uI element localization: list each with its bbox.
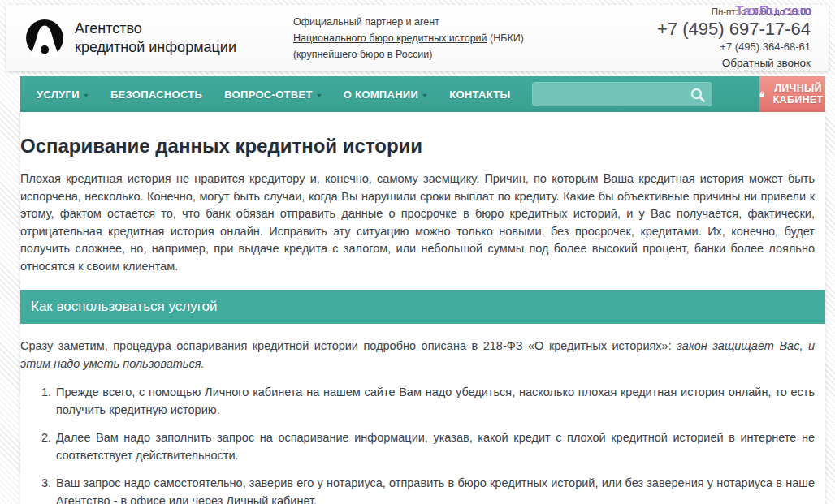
steps-list: Прежде всего, с помощью Личного кабинета… (20, 384, 815, 504)
nav-item-label: КОНТАКТЫ (449, 88, 510, 101)
section-banner: Как воспользоваться услугой (20, 290, 825, 324)
partner-info: Официальный партнер и агент Национальног… (293, 14, 524, 62)
logo[interactable]: Агентство кредитной информации (24, 18, 236, 58)
search-input[interactable] (533, 83, 712, 106)
nav-item-vopros-otvet[interactable]: ВОПРОС-ОТВЕТ (224, 88, 322, 101)
header-contacts: Пн-пт: с 10.00 до 19.00 +7 (495) 697-17-… (657, 6, 811, 71)
logo-line2: кредитной информации (75, 38, 236, 57)
nav-item-kontakty[interactable]: КОНТАКТЫ (449, 88, 510, 101)
list-item: Прежде всего, с помощью Личного кабинета… (54, 384, 815, 419)
nav-item-label: БЕЗОПАСНОСТЬ (110, 88, 202, 101)
list-item: Ваш запрос надо самостоятельно, заверив … (54, 475, 815, 504)
chevron-down-icon (422, 94, 427, 97)
law-text-normal: Сразу заметим, процедура оспаривания кре… (20, 339, 677, 352)
partner-line1: Официальный партнер и агент (293, 14, 524, 30)
personal-account-label: ЛИЧНЫЙ КАБИНЕТ (771, 83, 825, 106)
law-paragraph: Сразу заметим, процедура оспаривания кре… (20, 338, 815, 373)
search-icon[interactable] (690, 87, 706, 103)
chevron-down-icon (84, 94, 89, 97)
site-header: Агентство кредитной информации Официальн… (6, 5, 829, 71)
personal-account-button[interactable]: ЛИЧНЫЙ КАБИНЕТ (759, 76, 825, 112)
nav-item-o-kompanii[interactable]: О КОМПАНИИ (344, 88, 427, 101)
chevron-down-icon (317, 94, 322, 97)
nav-item-uslugi[interactable]: УСЛУГИ (37, 88, 89, 101)
work-schedule: Пн-пт: с 10.00 до 19.00 (657, 6, 811, 17)
partner-line3: (крупнейшего бюро в России) (293, 46, 524, 62)
logo-line1: Агентство (75, 19, 236, 38)
nav-item-label: УСЛУГИ (37, 88, 80, 101)
search-box (532, 82, 712, 106)
phone-main: +7 (495) 697-17-64 (657, 18, 811, 41)
agency-logo-icon (24, 18, 65, 58)
partner-line2: Национального бюро кредитных историй (НБ… (293, 30, 524, 46)
partner-suffix: (НБКИ) (487, 32, 524, 44)
intro-paragraph: Плохая кредитная история не нравится кре… (20, 170, 815, 275)
list-item: Далее Вам надо заполнить запрос на оспар… (54, 429, 815, 464)
nbki-link[interactable]: Национального бюро кредитных историй (293, 32, 487, 44)
callback-link[interactable]: Обратный звонок (722, 57, 811, 71)
nav-item-bezopasnost[interactable]: БЕЗОПАСНОСТЬ (110, 88, 202, 101)
phone-secondary: +7 (495) 364-68-61 (657, 41, 811, 54)
page-title: Оспаривание данных кредитной истории (20, 135, 815, 157)
main-content: Оспаривание данных кредитной истории Пло… (20, 112, 825, 504)
nav-item-label: ВОПРОС-ОТВЕТ (224, 88, 313, 101)
lock-icon (759, 88, 765, 100)
logo-text: Агентство кредитной информации (75, 19, 236, 57)
main-nav: УСЛУГИ БЕЗОПАСНОСТЬ ВОПРОС-ОТВЕТ О КОМПА… (20, 76, 823, 112)
nav-item-label: О КОМПАНИИ (344, 88, 418, 101)
